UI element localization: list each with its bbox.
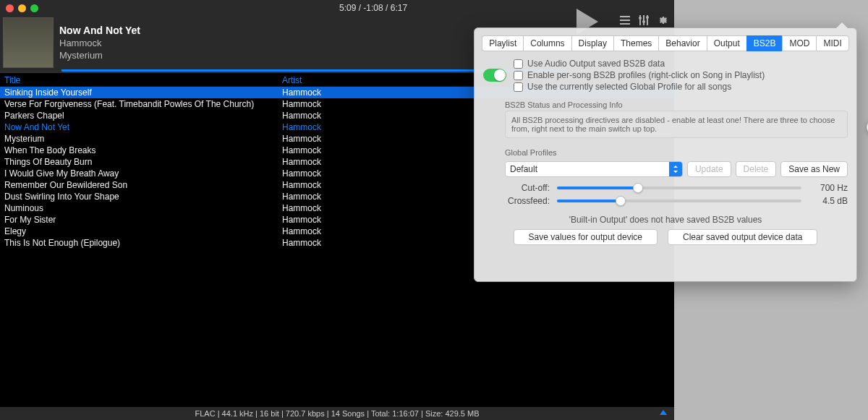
- crossfeed-slider[interactable]: [557, 200, 801, 202]
- cutoff-slider-row: Cut-off: 700 Hz: [475, 181, 856, 194]
- svg-point-8: [646, 16, 649, 19]
- checkbox-use-saved[interactable]: [514, 59, 523, 69]
- playlist-icon[interactable]: [619, 14, 631, 28]
- profiles-section-label: Global Profiles: [475, 144, 856, 158]
- save-device-button[interactable]: Save values for output device: [514, 229, 658, 245]
- status-bar: FLAC | 44.1 kHz | 16 bit | 720.7 kbps | …: [0, 407, 674, 420]
- status-text: FLAC | 44.1 kHz | 16 bit | 720.7 kbps | …: [195, 409, 480, 418]
- equalizer-icon[interactable]: [638, 14, 650, 28]
- svg-point-7: [642, 20, 645, 23]
- tab-behavior[interactable]: Behavior: [658, 35, 706, 51]
- row-title: For My Sister: [0, 214, 282, 226]
- column-header-title[interactable]: Title: [0, 73, 282, 86]
- chevron-updown-icon: [669, 162, 682, 176]
- playback-time: 5:09 / -1:08 / 6:17: [339, 3, 407, 13]
- tab-playlist[interactable]: Playlist: [482, 35, 523, 51]
- row-title: I Would Give My Breath Away: [0, 168, 282, 179]
- tab-display[interactable]: Display: [571, 35, 613, 51]
- row-title: Remember Our Bewildered Son: [0, 179, 282, 191]
- tab-output[interactable]: Output: [707, 35, 746, 51]
- row-title: Elegy: [0, 226, 282, 237]
- status-section-label: BS2B Status and Processing Info: [475, 96, 856, 111]
- save-as-new-button[interactable]: Save as New: [780, 161, 848, 177]
- crossfeed-value: 4.5 dB: [809, 196, 848, 206]
- row-title: Verse For Forgiveness (Feat. Timebandit …: [0, 98, 282, 110]
- profile-selected-text: Default: [506, 164, 669, 174]
- track-album: Mysterium: [59, 50, 140, 61]
- svg-rect-2: [620, 23, 630, 25]
- opt-use-global[interactable]: Use the currently selected Global Profil…: [514, 82, 845, 92]
- cutoff-slider[interactable]: [557, 187, 801, 189]
- row-title: Mysterium: [0, 133, 282, 145]
- row-title: Now And Not Yet: [0, 121, 282, 133]
- crossfeed-label: Crossfeed:: [505, 196, 550, 206]
- opt-use-saved-label: Use Audio Output saved BS2B data: [527, 59, 665, 69]
- svg-point-6: [639, 17, 642, 20]
- crossfeed-thumb[interactable]: [616, 196, 626, 206]
- row-title: This Is Not Enough (Epilogue): [0, 237, 282, 249]
- cutoff-label: Cut-off:: [505, 183, 550, 193]
- toolbar: [619, 14, 668, 28]
- row-title: Sinking Inside Yourself: [0, 87, 282, 98]
- tab-columns[interactable]: Columns: [523, 35, 571, 51]
- tab-bs2b[interactable]: BS2B: [746, 35, 783, 51]
- svg-rect-1: [620, 20, 630, 21]
- close-icon[interactable]: [6, 4, 14, 12]
- opt-per-song[interactable]: Enable per-song BS2B profiles (right-cli…: [514, 70, 845, 80]
- preferences-panel: PlaylistColumnsDisplayThemesBehaviorOutp…: [474, 27, 857, 282]
- row-title: Numinous: [0, 202, 282, 214]
- profile-select[interactable]: Default: [505, 161, 683, 177]
- window-titlebar: 5:09 / -1:08 / 6:17: [0, 0, 674, 16]
- opt-use-global-label: Use the currently selected Global Profil…: [527, 82, 731, 92]
- crossfeed-slider-row: Crossfeed: 4.5 dB: [475, 194, 856, 207]
- cutoff-value: 700 Hz: [809, 183, 848, 193]
- checkbox-per-song[interactable]: [514, 71, 523, 80]
- status-info-box: All BS2B processing directives are disab…: [505, 111, 848, 138]
- device-notice: 'Built-in Output' does not have saved BS…: [475, 207, 856, 229]
- delete-button[interactable]: Delete: [736, 161, 777, 177]
- expand-up-icon[interactable]: [660, 410, 667, 415]
- minimize-icon[interactable]: [18, 4, 26, 12]
- row-title: Parkers Chapel: [0, 110, 282, 121]
- opt-use-saved[interactable]: Use Audio Output saved BS2B data: [514, 59, 845, 69]
- clear-device-button[interactable]: Clear saved output device data: [668, 229, 817, 245]
- checkbox-use-global[interactable]: [514, 82, 523, 92]
- prefs-tabs: PlaylistColumnsDisplayThemesBehaviorOutp…: [475, 28, 856, 56]
- popover-arrow-icon: [836, 22, 848, 28]
- svg-rect-0: [620, 16, 630, 17]
- row-title: Things Of Beauty Burn: [0, 156, 282, 168]
- track-title: Now And Not Yet: [59, 25, 140, 36]
- tab-mod[interactable]: MOD: [782, 35, 816, 51]
- tab-themes[interactable]: Themes: [613, 35, 658, 51]
- update-button[interactable]: Update: [687, 161, 731, 177]
- bs2b-master-toggle[interactable]: [483, 69, 506, 82]
- row-title: Dust Swirling Into Your Shape: [0, 191, 282, 202]
- zoom-icon[interactable]: [30, 4, 38, 12]
- gear-icon[interactable]: [657, 14, 668, 28]
- opt-per-song-label: Enable per-song BS2B profiles (right-cli…: [527, 70, 765, 80]
- track-artist: Hammock: [59, 38, 140, 48]
- album-art[interactable]: [3, 17, 54, 68]
- row-title: When The Body Breaks: [0, 145, 282, 156]
- tab-midi[interactable]: MIDI: [816, 35, 848, 51]
- cutoff-thumb[interactable]: [633, 183, 643, 193]
